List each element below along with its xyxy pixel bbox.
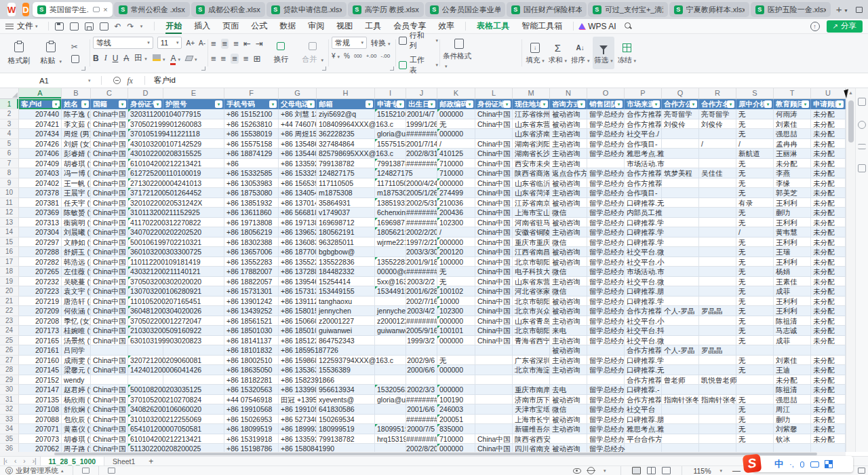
cell-N27[interactable]: 主动咨询 (550, 356, 587, 366)
cell-R28[interactable] (699, 365, 736, 375)
cell-O17[interactable]: 留学总经办 (587, 257, 625, 267)
cell-F26[interactable]: +86 18101832 (224, 345, 279, 356)
sidebar-list-icon[interactable] (858, 144, 866, 149)
cell-P30[interactable]: 口碑推荐.- (625, 385, 662, 395)
cell-I23[interactable]: z20001227 (375, 316, 406, 326)
cell-L20[interactable]: China中国 (475, 286, 513, 297)
cell-F2[interactable]: +86 15152100 (224, 109, 279, 119)
cell-G28[interactable]: +86 1353638960 (279, 365, 317, 375)
cell-U15[interactable]: 未分配 (811, 238, 846, 248)
cell-G7[interactable]: +86 1335925706 (279, 159, 317, 169)
cell-G20[interactable]: +86 1573130169 (279, 286, 317, 297)
row-header-16[interactable]: 16 (0, 247, 19, 257)
align-left-icon[interactable]: ≡ (211, 54, 216, 64)
cell-U10[interactable]: 未分配 (811, 188, 846, 198)
cell-R14[interactable] (699, 227, 736, 238)
cell-T13[interactable]: 王利利 (774, 218, 811, 228)
cell-T16[interactable]: 王瑞 (774, 247, 811, 257)
cell-N18[interactable]: 微信 (550, 267, 587, 277)
cell-L25[interactable]: China中国 (475, 336, 513, 346)
cell-H4[interactable]: 362228235 (317, 129, 375, 139)
cell-R11[interactable] (699, 198, 736, 208)
header-cell-R1[interactable]: 合作方名▾ (699, 99, 736, 109)
cell-B4[interactable]: 周煜 (男) (62, 129, 91, 139)
cell-J24[interactable]: 2005/9/16 (406, 326, 437, 336)
cell-T31[interactable]: 强思喆 (774, 395, 811, 405)
column-header-K[interactable]: K (437, 88, 475, 99)
cut-icon[interactable]: ✂ (71, 43, 79, 51)
cell-R27[interactable] (699, 356, 736, 366)
cell-G3[interactable]: +44 7460762888 (279, 119, 317, 130)
eraser-button[interactable]: ▾ (186, 54, 197, 63)
cell-I25[interactable] (375, 336, 406, 346)
cell-P12[interactable]: 内部员工推 (625, 208, 662, 218)
cell-D31[interactable]: 370105200210270824 (128, 395, 163, 405)
cell-R20[interactable] (699, 286, 736, 297)
cell-O9[interactable]: 留学总经办 (587, 178, 625, 189)
cell-N26[interactable]: 被动咨询 (550, 345, 587, 356)
cell-J25[interactable]: 1999/3/2 (406, 336, 437, 346)
cell-G18[interactable]: +86 1372884680 (279, 267, 317, 277)
cell-S27[interactable]: 无 (736, 356, 774, 366)
cell-P35[interactable]: 平台合作方 (625, 434, 662, 444)
cell-L8[interactable]: China中国 (475, 168, 513, 178)
filter-dropdown-icon[interactable]: ▾ (52, 100, 60, 108)
cell-B34[interactable]: 黄嘉仪 (女 (62, 424, 91, 434)
cell-M20[interactable]: 河北省张家 (513, 286, 550, 297)
cell-R7[interactable] (699, 159, 736, 169)
cell-Q31[interactable]: 指南针张冬 (662, 395, 699, 405)
page-layout-view-icon[interactable] (647, 467, 656, 474)
header-cell-N1[interactable]: 咨询方式▾ (550, 99, 587, 109)
cell-L15[interactable]: China中国 (475, 238, 513, 248)
cell-I32[interactable] (375, 404, 406, 415)
header-cell-E1[interactable]: 护照号▾ (163, 99, 224, 109)
cell-N2[interactable]: 被动咨询 (550, 109, 587, 119)
cell-C19[interactable]: China中国 (91, 277, 128, 287)
cell-D7[interactable]: 610104200212213421 (128, 159, 163, 169)
cell-C5[interactable]: China中国 (91, 139, 128, 149)
cell-G31[interactable]: 田冠 +1395 (279, 395, 317, 405)
cell-U28[interactable]: 未分配 (811, 365, 846, 375)
cell-C11[interactable]: China中国 (91, 198, 128, 208)
cell-E29[interactable] (163, 375, 224, 385)
cell-P31[interactable]: 合作方推荐 (625, 395, 662, 405)
cell-U31[interactable]: 未分配 (811, 395, 846, 405)
cell-P15[interactable]: 口碑推荐.学 (625, 238, 662, 248)
cell-D22[interactable]: 360481200304020026 (128, 306, 163, 316)
cell-L28[interactable] (475, 365, 513, 375)
cell-M35[interactable]: 陕西省西安 (513, 434, 550, 444)
cell-Q21[interactable] (662, 297, 699, 307)
cell-U29[interactable]: 未分配 (811, 375, 846, 385)
cell-L36[interactable]: China中国 (475, 444, 513, 452)
cell-I18[interactable]: 00000@qq (375, 267, 406, 277)
cell-B24[interactable]: 桂婉唯 (女 (62, 326, 91, 336)
cell-F3[interactable]: +86 15263810 (224, 119, 279, 130)
cell-D10[interactable]: 371721200501264452 (128, 188, 163, 198)
cell-S7[interactable]: 无 (736, 159, 774, 169)
cell-F12[interactable]: +86 13611860 (224, 208, 279, 218)
cell-M18[interactable]: 电子科技大 (513, 267, 550, 277)
cell-O7[interactable] (587, 159, 625, 169)
cell-T11[interactable]: 王利利 (774, 198, 811, 208)
cell-C7[interactable]: China中国 (91, 159, 128, 169)
cell-J35[interactable]: ######## (406, 434, 437, 444)
cell-O35[interactable]: 留学总经办 (587, 434, 625, 444)
cell-P33[interactable]: 口碑推荐.朋 (625, 415, 662, 425)
cell-K34[interactable]: 835000 (437, 424, 475, 434)
increase-indent-icon[interactable]: ⇥ (256, 39, 263, 49)
cell-M7[interactable]: 西安市未央 (513, 159, 550, 169)
cell-S19[interactable]: 无 (736, 277, 774, 287)
cell-H6[interactable]: 825798695XXX@163.c (317, 149, 375, 159)
cell-O15[interactable]: 留学总经办 (587, 238, 625, 248)
cell-N23[interactable]: 主动咨询 (550, 316, 587, 326)
filter-dropdown-icon[interactable]: ▾ (215, 100, 222, 108)
cell-N24[interactable]: 来电 (550, 326, 587, 336)
cell-K9[interactable]: 000000 (437, 178, 475, 189)
cell-N3[interactable]: 被动咨询 (550, 119, 587, 130)
cell-F33[interactable]: +86 15026953 (224, 415, 279, 425)
system-plugin-label[interactable]: 业财管理系统 (16, 466, 58, 475)
cell-C6[interactable]: China中国 (91, 149, 128, 159)
row-header-4[interactable]: 4 (0, 129, 19, 139)
decrease-indent-icon[interactable]: ⇤ (243, 39, 251, 49)
row-header-28[interactable]: 28 (0, 365, 19, 375)
